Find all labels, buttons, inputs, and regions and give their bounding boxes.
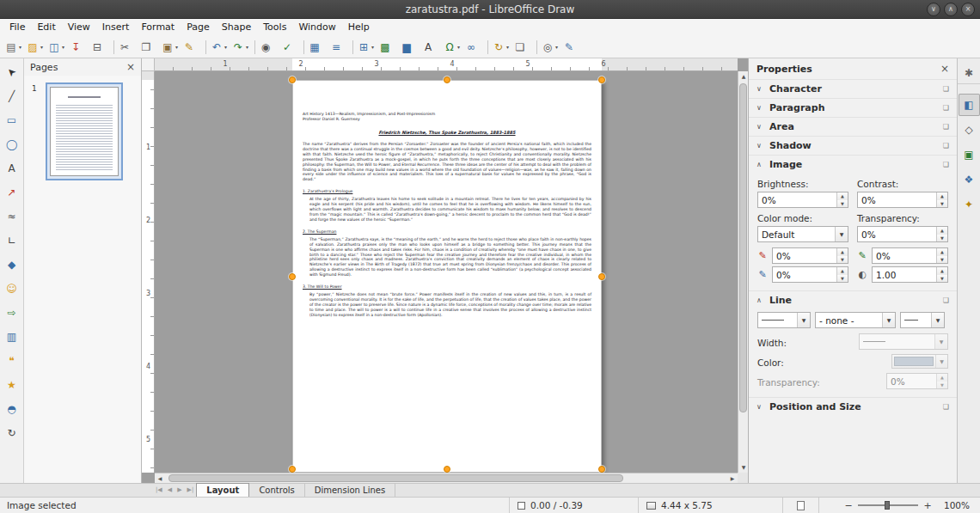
selection-handle-bottom-left[interactable] (289, 466, 296, 473)
print-button[interactable]: ⊟ (89, 38, 111, 57)
selection-handle-bottom-right[interactable] (598, 466, 605, 473)
text-box-tool[interactable]: A (1, 156, 23, 180)
vertical-ruler[interactable]: 12345 (142, 71, 155, 473)
spin-up-icon[interactable] (937, 267, 947, 275)
spin-down-icon[interactable] (837, 275, 848, 283)
select-tool[interactable]: ➤ (1, 60, 23, 84)
insert-image-button[interactable]: ▩ (377, 38, 399, 57)
corner-style-select[interactable] (900, 312, 945, 328)
open-button[interactable]: ▨ ▾ (25, 38, 46, 57)
menu-file[interactable]: File (3, 19, 31, 36)
selection-handle-top-left[interactable] (289, 76, 296, 83)
spin-up-icon[interactable] (937, 248, 947, 256)
zoom-in-button[interactable]: + (923, 500, 932, 511)
tab-dimension-lines[interactable]: Dimension Lines (305, 484, 395, 497)
spin-up-icon[interactable] (937, 227, 947, 235)
previous-page-button[interactable]: ◀ (165, 484, 175, 497)
insert-textbox-button[interactable]: A (420, 38, 442, 57)
selection-handle-middle-left[interactable] (289, 273, 296, 280)
vertical-scrollbar-thumb[interactable] (739, 83, 747, 412)
spelling-button[interactable]: ✓ (279, 38, 301, 57)
menu-insert[interactable]: Insert (96, 19, 136, 36)
chevron-down-icon[interactable] (797, 313, 810, 327)
selection-handle-bottom-center[interactable] (444, 466, 450, 473)
navigator-deck-button[interactable]: ✦ (959, 193, 980, 216)
spin-down-icon[interactable] (937, 275, 947, 283)
spin-down-icon[interactable] (837, 200, 848, 208)
more-options-icon[interactable]: ❏ (943, 85, 949, 93)
close-button[interactable]: × (961, 3, 975, 16)
save-button[interactable]: ◫ ▾ (46, 38, 68, 57)
zoom-out-button[interactable]: − (844, 500, 853, 511)
close-icon[interactable]: × (126, 61, 135, 73)
shapes-deck-button[interactable]: ◇ (959, 119, 980, 141)
clone-formatting-button[interactable]: ✎ (181, 38, 203, 57)
brightness-spinbox[interactable]: 0% (757, 192, 848, 208)
helplines-button[interactable]: ≡ (328, 38, 350, 57)
paste-button[interactable]: ▣ ▾ (160, 38, 181, 57)
insert-chart-button[interactable]: ▆ (399, 38, 420, 57)
ellipse-tool[interactable]: ◯ (1, 132, 23, 156)
line-style-select[interactable] (757, 312, 811, 328)
transformations-button[interactable]: ↻ ▾ (491, 38, 512, 57)
image-transparency-spinbox[interactable]: 0% (857, 226, 948, 242)
menu-shape[interactable]: Shape (216, 19, 257, 36)
first-page-button[interactable]: |◀ (153, 484, 165, 497)
selection-handle-top-right[interactable] (598, 76, 605, 83)
section-shadow[interactable]: ∨ Shadow ❏ (749, 136, 957, 155)
rectangle-tool[interactable]: ▭ (1, 108, 23, 132)
rotate-tool[interactable]: ↻ (1, 421, 23, 445)
channel-spinbox[interactable]: 1.00 (872, 266, 948, 283)
show-draw-functions-button[interactable]: ✎ (561, 38, 583, 57)
spin-up-icon[interactable] (937, 192, 947, 200)
vertical-scrollbar[interactable]: ▲ ▼ (738, 71, 748, 473)
menu-tools[interactable]: Tools (257, 19, 292, 36)
channel-spinbox[interactable]: 0% (772, 247, 848, 264)
more-options-icon[interactable]: ❏ (943, 142, 949, 150)
insert-table-button[interactable]: ⊞ ▾ (356, 38, 377, 57)
contrast-spinbox[interactable]: 0% (857, 192, 948, 208)
menu-help[interactable]: Help (342, 19, 376, 36)
spin-up-icon[interactable] (837, 192, 848, 200)
zoom-level[interactable]: 100% (935, 500, 980, 510)
more-options-icon[interactable]: ❏ (943, 296, 949, 304)
horizontal-scrollbar[interactable]: ◀ ▶ (155, 473, 738, 483)
menu-window[interactable]: Window (292, 19, 341, 36)
insert-line-tool[interactable]: ╱ (1, 84, 23, 108)
minimize-button[interactable]: ∨ (927, 3, 940, 16)
page-thumbnail[interactable] (50, 87, 119, 176)
selection-handle-top-center[interactable] (444, 76, 450, 83)
spin-up-icon[interactable] (837, 267, 848, 275)
basic-shapes-tool[interactable]: ◆ (1, 253, 23, 277)
pdf-page-image[interactable]: Art History 1413—Realism, Impressionism,… (292, 80, 602, 473)
stars-banners-tool[interactable]: ★ (1, 373, 23, 397)
block-arrows-tool[interactable]: ⇨ (1, 301, 23, 325)
channel-spinbox[interactable]: 0% (872, 247, 948, 264)
connector-tool[interactable]: ∟ (1, 229, 23, 253)
more-options-icon[interactable]: ❏ (943, 123, 949, 131)
chevron-down-icon[interactable] (835, 227, 848, 241)
callouts-tool[interactable]: ❝ (1, 349, 23, 373)
more-options-icon[interactable]: ❏ (943, 403, 949, 411)
more-options-icon[interactable]: ❏ (943, 161, 949, 168)
export-pdf-button[interactable]: ↧ (68, 38, 89, 57)
horizontal-ruler[interactable]: 123456 (155, 58, 738, 71)
next-page-button[interactable]: ▶ (175, 484, 184, 497)
zoom-slider[interactable] (858, 504, 918, 506)
section-line[interactable]: ∧ Line ❏ (749, 290, 957, 309)
last-page-button[interactable]: ▶| (185, 484, 197, 497)
tab-controls[interactable]: Controls (249, 484, 304, 497)
display-grid-button[interactable]: ▦ (307, 38, 328, 57)
selection-handle-middle-right[interactable] (598, 273, 605, 280)
menu-edit[interactable]: Edit (31, 19, 61, 36)
section-position-and-size[interactable]: ∨ Position and Size ❏ (749, 397, 957, 416)
new-document-button[interactable]: ▤ ▾ (3, 38, 25, 57)
lines-arrows-tool[interactable]: ↗ (1, 180, 23, 205)
curve-tool[interactable]: ≈ (1, 205, 23, 229)
maximize-button[interactable]: ∧ (944, 3, 958, 16)
close-icon[interactable]: × (940, 63, 949, 75)
spin-down-icon[interactable] (937, 235, 947, 242)
spin-down-icon[interactable] (837, 256, 848, 264)
tab-layout[interactable]: Layout (196, 483, 249, 497)
section-area[interactable]: ∨ Area ❏ (749, 117, 957, 136)
